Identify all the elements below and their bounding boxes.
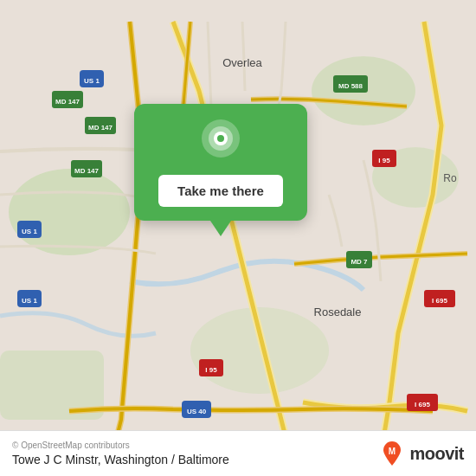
svg-text:I 95: I 95 <box>205 366 217 374</box>
svg-text:MD 147: MD 147 <box>74 167 100 175</box>
svg-point-40 <box>217 135 224 142</box>
location-name: Towe J C Minstr, Washington / Baltimore <box>12 453 229 466</box>
svg-text:M: M <box>389 447 396 456</box>
svg-text:US 40: US 40 <box>187 408 207 415</box>
svg-text:MD 7: MD 7 <box>351 258 368 266</box>
moovit-text: moovit <box>409 444 464 464</box>
svg-text:Ro: Ro <box>443 172 457 184</box>
take-me-there-button[interactable]: Take me there <box>158 175 283 207</box>
svg-text:I 695: I 695 <box>415 401 430 408</box>
svg-text:US 1: US 1 <box>84 77 100 85</box>
svg-text:MD 588: MD 588 <box>338 82 363 90</box>
svg-text:I 695: I 695 <box>432 297 447 305</box>
bottom-bar: © OpenStreetMap contributors Towe J C Mi… <box>0 430 476 476</box>
svg-text:US 1: US 1 <box>22 228 37 235</box>
map-background: US 1 US 1 US 1 MD 147 MD 147 MD 147 MD 5… <box>0 0 476 476</box>
svg-text:MD 147: MD 147 <box>55 98 80 106</box>
bottom-left-info: © OpenStreetMap contributors Towe J C Mi… <box>12 441 229 466</box>
moovit-logo: M moovit <box>378 440 464 467</box>
svg-text:Overlea: Overlea <box>222 56 262 69</box>
location-pin-icon <box>198 119 243 164</box>
map-container: US 1 US 1 US 1 MD 147 MD 147 MD 147 MD 5… <box>0 0 476 476</box>
svg-text:Rosedale: Rosedale <box>314 306 362 318</box>
svg-point-1 <box>9 169 130 255</box>
svg-text:I 95: I 95 <box>378 157 390 164</box>
popup-card: Take me there <box>134 104 307 221</box>
moovit-icon: M <box>378 440 406 467</box>
osm-credit: © OpenStreetMap contributors <box>12 441 229 450</box>
svg-text:US 1: US 1 <box>22 297 37 305</box>
svg-text:MD 147: MD 147 <box>88 124 113 132</box>
